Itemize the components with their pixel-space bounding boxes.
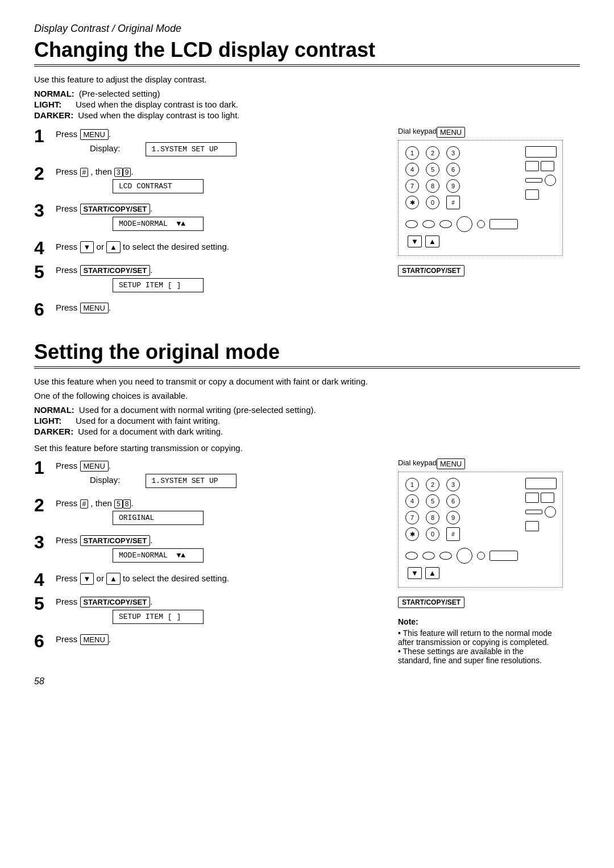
display-box-2-2: ORIGINAL (113, 511, 204, 525)
key-desc-darker-1: Used when the display contrast is too li… (78, 110, 239, 120)
start-copy-set-label-1: START/COPY/SET (398, 261, 464, 276)
step-num-2-2: 2 (34, 496, 50, 514)
down-nav-2[interactable]: ▼ (408, 567, 422, 579)
key2-6[interactable]: 6 (446, 494, 460, 508)
start-copy-set-btn-2-5[interactable]: START/COPY/SET (80, 597, 151, 607)
round-btn-1 (457, 216, 472, 232)
key-9[interactable]: 9 (446, 179, 460, 193)
hash-btn-2-2[interactable]: # (80, 499, 89, 509)
right-btn-2d (525, 521, 539, 531)
key-1[interactable]: 1 (405, 146, 419, 160)
key-8[interactable]: 8 (426, 179, 439, 193)
key-7[interactable]: 7 (405, 179, 419, 193)
step-1-3: 3 Press START/COPY/SET. MODE=NORMAL ▼▲ (34, 201, 381, 233)
step-num-1-2: 2 (34, 164, 50, 183)
key-list-2: NORMAL:Used for a document with normal w… (34, 405, 580, 436)
step-text-1-1: Press MENU. (56, 129, 381, 140)
up-nav-1[interactable]: ▲ (425, 235, 439, 247)
key-2[interactable]: 2 (426, 146, 439, 160)
step-num-2-3: 3 (34, 533, 50, 551)
step-text-1-6: Press MENU. (56, 303, 381, 313)
right-buttons-2 (525, 478, 557, 531)
right-buttons-1 (525, 146, 557, 200)
key2-5[interactable]: 5 (426, 494, 439, 508)
key2-star[interactable]: ✱ (405, 527, 419, 541)
down-nav-1[interactable]: ▼ (408, 235, 422, 247)
diagram-col-1: Dial keypad MENU 1 2 3 4 5 6 7 8 9 (398, 127, 580, 324)
round-btn-2 (457, 548, 472, 564)
set-note-2: Set this feature before starting transmi… (34, 443, 580, 453)
right-btn-2b (525, 493, 539, 503)
start-copy-set-btn-1-5[interactable]: START/COPY/SET (80, 265, 151, 276)
step-num-1-1: 1 (34, 127, 50, 145)
menu-btn-1-1[interactable]: MENU (80, 129, 109, 140)
key2-7[interactable]: 7 (405, 511, 419, 524)
steps-col-2: 1 Press MENU. Display: 1.SYSTEM SET UP 2… (34, 458, 381, 665)
step-2-3: 3 Press START/COPY/SET. MODE=NORMAL ▼▲ (34, 533, 381, 565)
slider-2 (525, 510, 542, 514)
keypad-box-2: 1 2 3 4 5 6 7 8 9 ✱ 0 # (398, 472, 563, 588)
keypad-box-1: 1 2 3 4 5 6 7 8 9 ✱ 0 # (398, 140, 563, 256)
start-copy-set-btn-2-3[interactable]: START/COPY/SET (80, 535, 151, 546)
hash-btn-1-2[interactable]: # (80, 168, 89, 177)
key-3[interactable]: 3 (446, 146, 460, 160)
display-box-3-2: MODE=NORMAL ▼▲ (113, 548, 204, 563)
key-desc-light-1: Used when the display contrast is too da… (76, 100, 238, 109)
key2-2[interactable]: 2 (426, 478, 439, 491)
right-btn-1d (525, 189, 539, 200)
display-box-2-1: LCD CONTRAST (113, 179, 204, 193)
keypad-row-1: 1 2 3 4 5 6 7 8 9 ✱ 0 # (405, 146, 555, 213)
intro2-2: One of the following choices is availabl… (34, 391, 580, 400)
menu-btn-2-1[interactable]: MENU (80, 461, 109, 472)
italic-title-1: Display Contrast / Original Mode (34, 23, 580, 35)
key2-8[interactable]: 8 (426, 511, 439, 524)
step-text-2-4: Press ▼ or ▲ to select the desired setti… (56, 573, 381, 585)
note-list: This feature will return to the normal m… (398, 629, 557, 665)
steps-col-1: 1 Press MENU. Display: 1.SYSTEM SET UP 2… (34, 127, 381, 324)
nav-arrows-2: ▼ ▲ (408, 567, 555, 579)
down-btn-2-4[interactable]: ▼ (80, 573, 94, 585)
small-round-1 (477, 220, 485, 228)
oval-1a (405, 220, 418, 228)
heading-2: Setting the original mode (34, 340, 580, 369)
note-title: Note: (398, 617, 557, 626)
right-btn-group-1 (525, 161, 557, 171)
display-label-1-1: Display: (90, 143, 123, 153)
key-desc-darker-2: Used for a document with dark writing. (78, 427, 223, 436)
key-desc-normal-2: Used for a document with normal writing … (79, 405, 316, 415)
key2-9[interactable]: 9 (446, 511, 460, 524)
key-6[interactable]: 6 (446, 163, 460, 176)
key2-1[interactable]: 1 (405, 478, 419, 491)
btn5-2-2[interactable]: 5 (114, 499, 123, 509)
section2: Setting the original mode Use this featu… (34, 340, 580, 665)
btn9-1-2[interactable]: 9 (123, 168, 131, 177)
menu-label-1: MENU (437, 127, 465, 138)
start-copy-set-btn-1-3[interactable]: START/COPY/SET (80, 204, 151, 214)
key-5[interactable]: 5 (426, 163, 439, 176)
step-num-1-5: 5 (34, 263, 50, 281)
note-item-2: These settings are available in the stan… (398, 647, 557, 665)
btn8-2-2[interactable]: 8 (123, 499, 131, 509)
down-btn-1-4[interactable]: ▼ (80, 241, 94, 253)
menu-btn-2-6[interactable]: MENU (80, 634, 109, 645)
key2-hash[interactable]: # (446, 527, 460, 541)
btn3-1-2[interactable]: 3 (114, 168, 123, 177)
key2-0[interactable]: 0 (426, 527, 439, 541)
step-2-6: 6 Press MENU. (34, 632, 381, 650)
menu-btn-1-6[interactable]: MENU (80, 303, 109, 313)
display-box-5-1: SETUP ITEM [ ] (113, 278, 204, 292)
right-btn-1a (525, 146, 557, 158)
key-list-1: NORMAL:(Pre-selected setting) LIGHT:Used… (34, 89, 580, 120)
key2-4[interactable]: 4 (405, 494, 419, 508)
key-star[interactable]: ✱ (405, 196, 419, 209)
up-nav-2[interactable]: ▲ (425, 567, 439, 579)
key-0[interactable]: 0 (426, 196, 439, 209)
step-num-2-4: 4 (34, 571, 50, 589)
up-btn-2-4[interactable]: ▲ (106, 573, 121, 585)
key2-3[interactable]: 3 (446, 478, 460, 491)
up-btn-1-4[interactable]: ▲ (106, 241, 121, 253)
right-knob-row-1 (525, 175, 557, 186)
key-4[interactable]: 4 (405, 163, 419, 176)
step-text-1-4: Press ▼ or ▲ to select the desired setti… (56, 241, 381, 253)
key-hash[interactable]: # (446, 196, 460, 209)
